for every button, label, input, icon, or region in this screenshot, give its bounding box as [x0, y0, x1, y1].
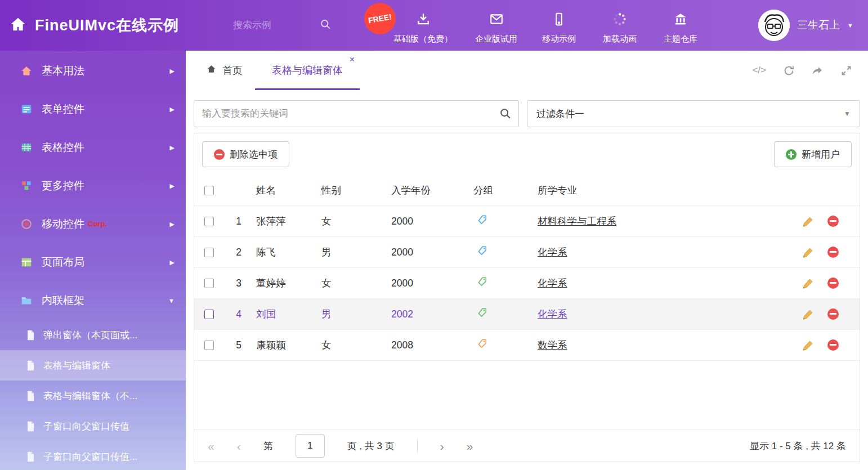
- row-checkbox[interactable]: [204, 217, 214, 226]
- plus-circle-icon: [786, 149, 797, 160]
- col-name[interactable]: 姓名: [256, 183, 321, 197]
- col-group[interactable]: 分组: [473, 183, 538, 197]
- sidebar-item-inline-frame[interactable]: 内联框架 ▼: [0, 281, 186, 320]
- table-row[interactable]: 1 张萍萍 女 2000 材料科学与工程系: [194, 206, 860, 237]
- delete-row-icon[interactable]: [827, 308, 839, 320]
- nav-item-enterprise-trial[interactable]: 企业版试用: [464, 6, 529, 44]
- form-icon: [20, 103, 33, 115]
- close-icon[interactable]: ×: [350, 55, 355, 64]
- last-page-icon[interactable]: »: [467, 440, 473, 452]
- share-icon[interactable]: [812, 65, 824, 77]
- table-row[interactable]: 2 陈飞 男 2000 化学系: [194, 237, 860, 268]
- sidebar-subitem-label: 弹出窗体（本页面或...: [43, 329, 137, 342]
- row-checkbox[interactable]: [204, 341, 214, 350]
- expand-icon[interactable]: [840, 65, 852, 77]
- nav-item-basic-edition[interactable]: FREE! 基础版（免费）: [382, 6, 464, 44]
- filter-dropdown[interactable]: 过滤条件一 ▼: [527, 100, 860, 127]
- sidebar-subitem-grid-edit-window[interactable]: 表格与编辑窗体: [0, 350, 186, 381]
- app-root: FineUIMvc在线示例 FREE! 基础版（免费） 企业版试用: [0, 0, 868, 470]
- sidebar-subitem-popup-window[interactable]: 弹出窗体（本页面或...: [0, 320, 186, 350]
- next-page-icon[interactable]: ›: [440, 440, 444, 452]
- search-icon[interactable]: [320, 19, 332, 33]
- mobile-icon: [552, 12, 566, 29]
- sidebar-item-page-layout[interactable]: 页面布局 ▶: [0, 243, 186, 281]
- sidebar-subitem-label: 表格与编辑窗体: [43, 359, 110, 372]
- nav-item-mobile-demo[interactable]: 移动示例: [529, 6, 589, 44]
- major-link[interactable]: 数学系: [538, 339, 567, 351]
- sidebar-item-mobile-controls[interactable]: 移动控件 Corp. ▶: [0, 205, 186, 243]
- sidebar: 基本用法 ▶ 表单控件 ▶ 表格控件 ▶ 更多控件 ▶ 移动控件 Cor: [0, 51, 186, 470]
- header-search-input[interactable]: [232, 19, 305, 32]
- tag-icon: [477, 214, 487, 228]
- user-menu[interactable]: 三生石上 ▼: [758, 10, 868, 41]
- table-row[interactable]: 4 刘国 男 2002 化学系: [194, 299, 860, 330]
- sidebar-subitem-child-to-parent-2[interactable]: 子窗口向父窗口传值...: [0, 441, 186, 470]
- major-link[interactable]: 材料科学与工程系: [538, 216, 616, 227]
- nav-item-loading-animation[interactable]: 加载动画: [589, 6, 650, 44]
- cell-year: 2000: [391, 247, 473, 258]
- sidebar-item-form-controls[interactable]: 表单控件 ▶: [0, 90, 186, 128]
- refresh-icon[interactable]: [783, 65, 795, 77]
- row-checkbox[interactable]: [204, 279, 214, 288]
- keyword-input[interactable]: [194, 100, 519, 127]
- major-link[interactable]: 化学系: [538, 308, 567, 320]
- record-summary: 显示 1 - 5 条 , 共 12 条: [750, 440, 846, 453]
- col-gender[interactable]: 性别: [321, 183, 391, 197]
- sidebar-item-more-controls[interactable]: 更多控件 ▶: [0, 167, 186, 205]
- select-all-checkbox[interactable]: [204, 186, 214, 195]
- sidebar-item-basic-usage[interactable]: 基本用法 ▶: [0, 52, 186, 90]
- major-link[interactable]: 化学系: [538, 247, 567, 258]
- nav-item-theme-store[interactable]: 主题仓库: [650, 6, 711, 44]
- sidebar-item-label: 基本用法: [42, 64, 84, 78]
- edit-pencil-icon[interactable]: [802, 308, 814, 320]
- keyword-search[interactable]: [194, 100, 519, 127]
- main-content: 首页 表格与编辑窗体 × </>: [186, 51, 868, 470]
- delete-row-icon[interactable]: [827, 339, 839, 351]
- table-row[interactable]: 3 董婷婷 女 2000 化学系: [194, 268, 860, 299]
- row-checkbox[interactable]: [204, 248, 214, 257]
- cell-name: 董婷婷: [256, 276, 321, 290]
- delete-row-icon[interactable]: [827, 277, 839, 289]
- source-code-icon[interactable]: </>: [752, 65, 766, 76]
- col-year[interactable]: 入学年份: [391, 183, 473, 197]
- cell-year: 2008: [391, 339, 473, 351]
- caret-down-icon: ▼: [847, 22, 853, 29]
- col-major[interactable]: 所学专业: [538, 183, 802, 197]
- edit-pencil-icon[interactable]: [802, 216, 814, 227]
- sidebar-item-grid-controls[interactable]: 表格控件 ▶: [0, 128, 186, 167]
- edit-pencil-icon[interactable]: [802, 277, 814, 289]
- table-row[interactable]: 5 康颖颖 女 2008 数学系: [194, 330, 860, 361]
- edit-pencil-icon[interactable]: [802, 339, 814, 351]
- delete-row-icon[interactable]: [827, 247, 839, 258]
- avatar[interactable]: [758, 10, 790, 41]
- cell-year: 2002: [391, 308, 473, 320]
- delete-selected-button[interactable]: 删除选中项: [202, 141, 289, 167]
- edit-pencil-icon[interactable]: [802, 247, 814, 258]
- tab-tools: </>: [752, 51, 868, 90]
- caret-down-icon: ▼: [844, 110, 851, 118]
- cell-gender: 男: [321, 307, 391, 321]
- filter-dropdown-value: 过滤条件一: [536, 108, 584, 120]
- tag-icon: [477, 245, 487, 259]
- spinner-icon: [612, 12, 627, 29]
- tab-home[interactable]: 首页: [194, 51, 255, 90]
- major-link[interactable]: 化学系: [538, 277, 567, 289]
- sidebar-subitem-label: 表格与编辑窗体（不...: [43, 390, 137, 402]
- brand[interactable]: FineUIMvc在线示例: [0, 15, 232, 35]
- nav-item-label: 主题仓库: [664, 34, 697, 44]
- divider: [417, 438, 418, 453]
- sidebar-subitem-child-to-parent[interactable]: 子窗口向父窗口传值: [0, 411, 186, 441]
- cell-name: 陈飞: [256, 245, 321, 259]
- tab-grid-edit-window[interactable]: 表格与编辑窗体 ×: [255, 51, 360, 90]
- row-checkbox[interactable]: [204, 310, 214, 319]
- page-icon: [26, 451, 35, 462]
- corp-badge: Corp.: [88, 220, 107, 228]
- prev-page-icon[interactable]: ‹: [237, 440, 241, 452]
- add-user-button[interactable]: 新增用户: [774, 141, 852, 167]
- delete-row-icon[interactable]: [827, 216, 839, 227]
- page-number-input[interactable]: [296, 434, 325, 458]
- first-page-icon[interactable]: «: [208, 440, 214, 452]
- search-icon[interactable]: [494, 102, 517, 126]
- sidebar-subitem-grid-edit-window-2[interactable]: 表格与编辑窗体（不...: [0, 381, 186, 411]
- header-search[interactable]: [232, 19, 347, 33]
